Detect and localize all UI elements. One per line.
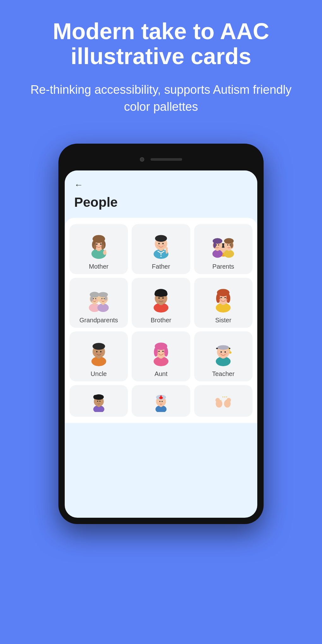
hero-title: Modern take to AAC illustrative cards — [25, 19, 297, 69]
svg-point-97 — [154, 347, 158, 356]
svg-point-130 — [216, 398, 220, 402]
avatar-mother — [83, 229, 115, 260]
svg-point-37 — [216, 244, 217, 246]
svg-point-53 — [91, 299, 93, 301]
svg-point-127 — [162, 401, 163, 402]
svg-point-32 — [212, 250, 223, 258]
svg-point-81 — [216, 294, 220, 303]
partial-card-2[interactable] — [132, 385, 190, 417]
svg-point-91 — [94, 353, 97, 354]
svg-point-39 — [224, 250, 234, 258]
svg-point-16 — [104, 250, 106, 251]
svg-point-21 — [158, 243, 160, 244]
svg-point-11 — [101, 244, 104, 250]
person-card-grandparents[interactable]: Grandparents — [69, 278, 128, 328]
svg-point-100 — [162, 353, 165, 354]
svg-point-126 — [159, 401, 161, 402]
avatar-aunt — [145, 336, 177, 368]
phone-container: ← People — [0, 144, 322, 537]
person-label-aunt: Aunt — [154, 370, 167, 378]
phone-notch — [65, 150, 257, 169]
person-label-uncle: Uncle — [91, 370, 107, 378]
phone-camera — [140, 157, 144, 162]
svg-point-20 — [155, 235, 167, 242]
person-card-sister[interactable]: Sister — [194, 278, 253, 328]
svg-point-131 — [227, 398, 231, 402]
phone-screen: ← People — [65, 170, 257, 518]
svg-point-117 — [93, 395, 98, 399]
svg-point-22 — [162, 243, 164, 244]
svg-point-75 — [157, 299, 159, 301]
person-card-brother[interactable]: Brother — [132, 278, 190, 328]
person-card-teacher[interactable]: Teacher — [194, 331, 253, 381]
svg-point-84 — [225, 299, 228, 301]
person-label-mother: Mother — [89, 263, 109, 270]
partial-card-1[interactable] — [69, 385, 128, 417]
svg-point-89 — [96, 351, 98, 353]
svg-point-45 — [230, 244, 231, 246]
svg-point-26 — [165, 247, 168, 249]
person-label-grandparents: Grandparents — [80, 317, 118, 324]
svg-point-43 — [230, 242, 233, 248]
svg-point-38 — [218, 244, 219, 246]
person-card-mother[interactable]: Mother — [69, 224, 128, 274]
person-label-brother: Brother — [151, 317, 171, 324]
svg-point-63 — [104, 299, 106, 301]
svg-point-61 — [104, 298, 105, 299]
avatar-grandparents — [83, 283, 115, 314]
svg-point-23 — [157, 245, 159, 246]
screen-title: People — [74, 195, 248, 210]
svg-point-28 — [160, 256, 162, 257]
svg-point-99 — [157, 353, 159, 354]
svg-point-73 — [158, 297, 160, 299]
person-label-sister: Sister — [215, 317, 231, 324]
svg-point-92 — [100, 353, 103, 354]
svg-point-7 — [100, 243, 102, 245]
person-label-father: Father — [152, 263, 170, 270]
avatar-father — [145, 229, 177, 260]
person-card-parents[interactable]: Parents — [194, 224, 253, 274]
svg-point-109 — [221, 351, 222, 353]
svg-point-112 — [225, 353, 228, 354]
partial-card-3[interactable]: ✦✦✦ ✦ ✦ — [194, 385, 253, 417]
avatar-teacher — [207, 336, 239, 368]
people-grid: Mother — [69, 224, 253, 381]
grid-container: Mother — [65, 218, 257, 423]
svg-point-76 — [162, 299, 165, 301]
svg-point-44 — [227, 244, 229, 246]
person-card-father[interactable]: Father — [132, 224, 190, 274]
svg-point-74 — [162, 297, 164, 299]
person-label-parents: Parents — [212, 263, 234, 270]
svg-point-105 — [229, 351, 231, 354]
svg-point-83 — [219, 299, 222, 301]
svg-point-90 — [100, 351, 102, 353]
svg-point-60 — [101, 298, 103, 299]
avatar-sister — [207, 283, 239, 314]
svg-point-27 — [160, 254, 162, 255]
person-card-uncle[interactable]: Uncle — [69, 331, 128, 381]
phone-speaker — [151, 158, 182, 161]
svg-point-108 — [218, 345, 229, 349]
svg-point-24 — [162, 245, 165, 246]
svg-point-10 — [93, 244, 96, 250]
svg-text:✦✦✦: ✦✦✦ — [222, 396, 228, 398]
svg-point-111 — [219, 353, 222, 354]
phone-device: ← People — [58, 144, 264, 524]
hero-subtitle: Re-thinking accessibility, supports Auti… — [25, 81, 297, 115]
avatar-parents — [207, 229, 239, 260]
svg-point-50 — [90, 296, 93, 302]
screen-header: ← People — [65, 170, 257, 216]
svg-point-54 — [95, 299, 98, 301]
svg-text:✦: ✦ — [225, 399, 227, 401]
svg-point-82 — [226, 294, 230, 303]
svg-text:✦: ✦ — [221, 399, 222, 401]
svg-point-110 — [224, 351, 226, 353]
avatar-brother — [145, 283, 177, 314]
svg-point-52 — [95, 298, 96, 299]
person-card-aunt[interactable]: Aunt — [132, 331, 190, 381]
svg-point-118 — [97, 401, 98, 402]
back-button[interactable]: ← — [74, 180, 248, 190]
avatar-uncle — [83, 336, 115, 368]
svg-point-72 — [163, 292, 167, 296]
svg-point-51 — [93, 298, 94, 299]
